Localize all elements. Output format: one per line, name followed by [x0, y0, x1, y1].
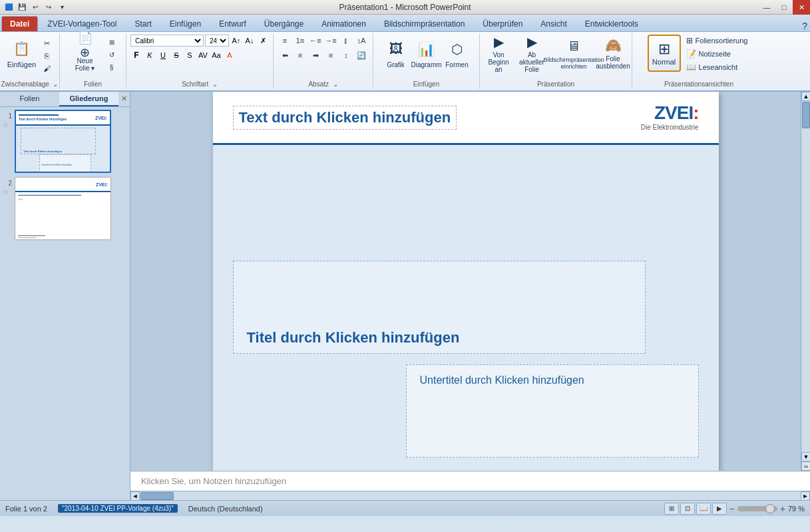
font-size-decrease[interactable]: A↓ [244, 35, 256, 47]
einfuegen-button[interactable]: 📋 Einfügen [5, 35, 39, 72]
font-size-increase[interactable]: A↑ [230, 35, 242, 47]
reset-button[interactable]: ↺ [104, 49, 119, 61]
list-bullet-button[interactable]: ≡ [278, 35, 292, 47]
bold-button[interactable]: F [130, 49, 142, 61]
line-spacing-button[interactable]: ↕ [339, 49, 353, 61]
folien-tab[interactable]: Folien [0, 92, 59, 106]
undo-button[interactable]: ↩ [29, 1, 41, 13]
language-status[interactable]: Deutsch (Deutschland) [188, 505, 263, 513]
redo-button[interactable]: ↪ [43, 1, 55, 13]
header-text-placeholder[interactable]: Text durch Klicken hinzufügen [233, 106, 457, 130]
von-beginn-button[interactable]: ▶ VonBeginn an [484, 35, 513, 72]
slide-item-2[interactable]: 2 ☆ ZVEI: Text... [3, 177, 127, 240]
align-center-button[interactable]: ≡ [293, 49, 307, 61]
format-button[interactable]: 🖌 [40, 63, 55, 74]
tab-uebergaenge[interactable]: Übergänge [256, 16, 312, 31]
convert-smartart-button[interactable]: 🔄 [354, 49, 369, 61]
scroll-track-v[interactable] [801, 101, 810, 452]
clear-format-button[interactable]: ✗ [257, 35, 269, 47]
normal-view-status-button[interactable]: ⊞ [664, 503, 679, 515]
tab-start[interactable]: Start [126, 16, 160, 31]
indent-increase-button[interactable]: →≡ [323, 35, 338, 47]
columns-button[interactable]: ⫿ [339, 35, 353, 47]
ausschneiden-button[interactable]: ✂ [40, 37, 55, 49]
spacing-button[interactable]: AV [197, 49, 209, 61]
scroll-thumb-v[interactable] [802, 102, 810, 128]
sorter-view-button[interactable]: ⊡ [680, 503, 695, 515]
formen-button[interactable]: ⬡ Formen [443, 35, 472, 72]
align-right-button[interactable]: ➡ [308, 49, 323, 61]
kopieren-button[interactable]: ⎘ [40, 50, 55, 62]
normal-view-button[interactable]: ⊞ Normal [648, 35, 681, 72]
einfuegen-label: Einfügen [7, 61, 36, 68]
ribbon-group-folien: 📄⊕ NeueFolie ▾ ⊞ ↺ § Folien [60, 33, 126, 89]
qat-expand[interactable]: ▾ [56, 1, 68, 13]
grafik-button[interactable]: 🖼 Grafik [381, 35, 411, 72]
strikethrough-button[interactable]: S [170, 49, 182, 61]
minimize-button[interactable]: — [758, 0, 775, 15]
slide-item-1[interactable]: 1 ☆ Text durch Klicken hinzufügen ZVEI: [3, 110, 127, 173]
help-button[interactable]: ? [802, 21, 807, 31]
leseansicht-button[interactable]: 📖 Leseansicht [684, 61, 751, 73]
slide-number-2: 2 [3, 180, 12, 187]
slide-subtitle-box[interactable]: Untertitel durch Klicken hinzufügen [406, 364, 699, 458]
tab-animationen[interactable]: Animationen [313, 16, 375, 31]
zoom-slider-thumb[interactable] [765, 504, 775, 513]
presentation-view-button[interactable]: ▶ [712, 503, 727, 515]
panel-close-button[interactable]: ✕ [118, 92, 130, 106]
indent-decrease-button[interactable]: ←≡ [308, 35, 323, 47]
case-button[interactable]: Aa [210, 49, 222, 61]
tab-datei[interactable]: Datei [1, 16, 38, 31]
close-button[interactable]: ✕ [793, 0, 810, 15]
notes-area[interactable]: Klicken Sie, um Notizen hinzuzufügen [130, 471, 810, 491]
tab-ansicht[interactable]: Ansicht [532, 16, 575, 31]
layout-button[interactable]: ⊞ [104, 36, 119, 48]
zoom-out-button[interactable]: − [729, 503, 735, 514]
bildschirm-einrichten-button[interactable]: 🖥 Bildschirmpräsentationeinrichten [550, 35, 597, 72]
align-left-button[interactable]: ⬅ [278, 49, 292, 61]
maximize-button[interactable]: □ [775, 0, 793, 15]
folie-ausblenden-button[interactable]: 🙈 Folieausblenden [598, 35, 628, 72]
reading-view-button[interactable]: 📖 [696, 503, 711, 515]
tab-entwurf[interactable]: Entwurf [210, 16, 255, 31]
scroll-up-button[interactable]: ▲ [801, 92, 810, 101]
zoom-in-button[interactable]: + [780, 503, 785, 514]
template-tag[interactable]: "2013-04-10 ZVEI PP-Vorlage (4zu3)" [58, 504, 178, 513]
split-h-button[interactable]: ═ [801, 462, 810, 471]
scroll-right-button[interactable]: ► [801, 491, 810, 501]
ab-aktuell-icon: ▶ [521, 34, 542, 50]
neue-folie-button[interactable]: 📄⊕ NeueFolie ▾ [67, 35, 103, 72]
section-button[interactable]: § [104, 61, 119, 73]
zoom-slider[interactable] [737, 506, 777, 511]
scroll-thumb-h[interactable] [140, 492, 174, 500]
scroll-track-h[interactable] [140, 491, 801, 500]
scroll-down-button[interactable]: ▼ [801, 452, 810, 462]
slide-title-box[interactable]: Titel durch Klicken hinzufügen [233, 261, 646, 354]
italic-button[interactable]: K [144, 49, 156, 61]
underline-button[interactable]: U [157, 49, 169, 61]
tab-ueberpruefen[interactable]: Überprüfen [474, 16, 531, 31]
normal-view-label: Normal [652, 58, 676, 66]
tab-einfuegen[interactable]: Einfügen [161, 16, 210, 31]
list-num-button[interactable]: 1≡ [293, 35, 307, 47]
font-name-select[interactable]: Calibri [130, 35, 204, 47]
scroll-left-button[interactable]: ◄ [130, 491, 140, 501]
tab-bildschirm[interactable]: Bildschirmpräsentation [375, 16, 473, 31]
color-button[interactable]: A [224, 49, 236, 61]
tab-entwickler[interactable]: Entwicklertools [576, 16, 647, 31]
bottom-scrollbar: ◄ ► [130, 491, 810, 500]
notizseite-button[interactable]: 📝 Notizseite [684, 48, 751, 60]
slide-thumb-2[interactable]: ZVEI: Text... [15, 177, 111, 240]
diagramm-button[interactable]: 📊 Diagramm [412, 35, 441, 72]
shadow-button[interactable]: S [184, 49, 196, 61]
foliensortierung-button[interactable]: ⊞ Foliensortierung [684, 35, 751, 47]
text-direction-button[interactable]: ↕A [354, 35, 369, 47]
zoom-level[interactable]: 79 % [788, 505, 805, 513]
normal-view-icon: ⊞ [658, 41, 670, 58]
tab-zvei[interactable]: ZVEI-Vorlagen-Tool [39, 16, 125, 31]
justify-button[interactable]: ≡ [323, 49, 338, 61]
slide-thumb-1[interactable]: Text durch Klicken hinzufügen ZVEI: Tite… [15, 110, 111, 173]
save-button[interactable]: 💾 [16, 1, 28, 13]
font-size-select[interactable]: 24 [205, 35, 229, 47]
gliederung-tab[interactable]: Gliederung [59, 92, 118, 106]
